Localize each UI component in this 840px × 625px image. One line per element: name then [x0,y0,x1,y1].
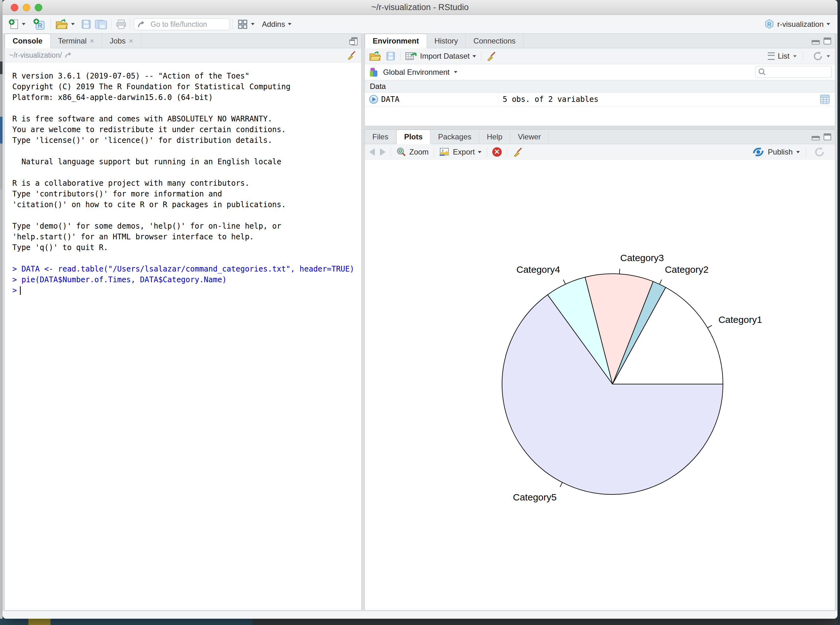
console-output[interactable]: R version 3.6.1 (2019-07-05) -- "Action … [5,62,361,296]
new-file-button[interactable] [8,15,26,33]
background-strip-bottom [0,619,840,625]
tab-environment[interactable]: Environment [365,34,427,48]
tab-help[interactable]: Help [479,130,510,144]
import-dataset-button[interactable]: Import Dataset [405,51,477,62]
list-view-button[interactable]: List [768,52,797,61]
save-button[interactable] [81,15,92,33]
addins-button[interactable]: Addins [262,15,292,33]
background-fragment [0,189,3,625]
minimize-button[interactable] [23,4,30,11]
clear-console-broom-icon[interactable] [346,50,357,60]
object-summary: 5 obs. of 2 variables [498,95,598,104]
close-icon[interactable]: × [129,37,133,45]
console-prompt: > [12,285,17,296]
maximize-pane-icon[interactable] [824,37,831,45]
window-title: ~/r-visualization - RStudio [3,0,837,14]
pie-label-Category5: Category5 [513,492,556,502]
chevron-down-icon [793,55,797,58]
chevron-down-icon [288,23,291,25]
share-arrow-icon[interactable] [64,51,74,60]
open-file-button[interactable] [55,15,75,33]
main-toolbar: R [3,15,837,34]
new-project-button[interactable]: R [33,15,45,33]
close-button[interactable] [11,4,18,11]
titlebar[interactable]: ~/r-visualization - RStudio [3,0,837,15]
tab-plots[interactable]: Plots [396,130,431,144]
background-window-sliver-right [837,0,840,625]
toolbar-separator [130,19,130,30]
console-line: R is a collaborative project with many c… [12,178,361,188]
export-image-icon [439,147,450,157]
clear-objects-broom-icon[interactable] [486,51,497,62]
view-table-icon[interactable] [819,94,831,105]
environment-search-box[interactable] [755,66,832,78]
console-line: 'help.start()' for an HTML browser inter… [12,232,361,242]
plots-tabstrip: Files Plots Packages Help Viewer [365,130,835,144]
console-tabstrip: Console Terminal × Jobs × [5,34,361,48]
fullscreen-button[interactable] [35,4,42,11]
new-document-icon [8,19,19,30]
minimize-pane-icon[interactable] [812,40,820,45]
toolbar-separator [481,51,481,61]
background-fragment [0,117,3,143]
plots-pane: Files Plots Packages Help Viewer [365,129,835,611]
toolbar-separator [803,51,803,61]
tab-viewer[interactable]: Viewer [510,130,549,144]
print-button[interactable] [115,15,127,33]
chevron-down-icon [796,151,799,153]
grid-icon [237,19,248,30]
console-line [12,146,361,156]
tab-files[interactable]: Files [365,130,396,144]
console-prompt-line[interactable]: > [12,285,361,296]
next-plot-icon[interactable] [380,148,386,156]
load-workspace-folder-icon[interactable] [369,51,381,62]
clear-plots-broom-icon[interactable] [512,147,524,157]
close-icon[interactable]: × [90,37,94,45]
toolbar-separator [391,147,391,157]
save-all-button[interactable] [95,15,107,33]
maximize-pane-icon[interactable] [824,134,831,140]
background-fragment [0,62,3,74]
pie-chart: Category1Category2Category3Category4Cate… [365,160,835,611]
goto-arrow-icon [137,20,147,29]
refresh-plot-icon[interactable] [814,146,826,158]
pie-label-tick [619,269,620,274]
zoom-label: Zoom [409,148,429,156]
console-pane: Console Terminal × Jobs × ~/r-visualizat… [5,33,362,611]
previous-plot-icon[interactable] [369,148,375,156]
tab-label: Help [487,132,502,141]
restore-panes-icon[interactable] [349,37,357,45]
export-plot-button[interactable]: Export [439,147,482,157]
minimize-pane-icon[interactable] [812,136,820,140]
save-workspace-icon[interactable] [386,51,396,61]
table-row[interactable]: DATA 5 obs. of 2 variables [365,93,835,106]
chevron-down-icon[interactable] [454,71,458,73]
publish-button[interactable]: Publish [752,146,800,158]
goto-file-input[interactable] [150,20,221,29]
goto-file-box[interactable] [134,18,230,30]
pane-layout-button[interactable] [237,15,255,33]
project-menu-button[interactable]: R r-visualization [764,15,831,33]
tab-packages[interactable]: Packages [430,130,479,144]
expand-object-icon[interactable] [369,95,378,104]
scope-selector[interactable]: Global Environment [383,68,450,77]
environment-toolbar: Import Dataset List [365,48,835,64]
refresh-environment-button[interactable] [812,50,831,62]
tab-connections[interactable]: Connections [466,34,523,48]
remove-plot-icon[interactable]: ✕ [492,147,502,157]
tab-history[interactable]: History [427,34,466,48]
text-cursor [20,286,21,295]
tab-terminal[interactable]: Terminal × [50,34,102,48]
chevron-down-icon [251,23,254,25]
console-line: Type 'demo()' for some demos, 'help()' f… [12,221,361,232]
background-fragment [252,619,840,625]
tab-jobs[interactable]: Jobs × [102,34,141,48]
zoom-plot-button[interactable]: Zoom [396,147,429,157]
tab-console[interactable]: Console [5,34,50,48]
tab-label: Packages [438,132,471,141]
import-dataset-label: Import Dataset [420,52,469,61]
tab-label: Console [12,37,43,45]
pie-label-Category2: Category2 [665,264,708,275]
environment-search-input[interactable] [768,67,826,76]
addins-label: Addins [262,20,285,29]
